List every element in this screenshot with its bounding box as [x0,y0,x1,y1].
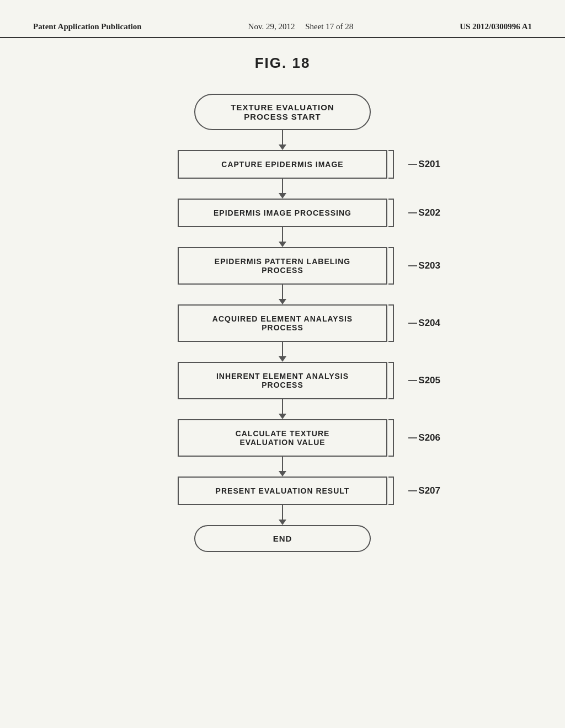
figure-title: FIG. 18 [0,55,565,72]
arrow-head [279,299,286,304]
arrow-head [279,356,286,362]
step-s203-number: S203 [418,260,440,271]
publication-date: Nov. 29, 2012 [248,22,295,31]
step-row-s207: PRESENT EVALUATION RESULT S207 [178,477,387,505]
arrow-line [282,505,283,520]
end-node: END [194,525,371,552]
arrow-head [279,144,286,150]
bracket-s204 [388,304,394,342]
arrow-head [279,471,286,477]
sheet-info: Sheet 17 of 28 [305,22,353,31]
step-s201-number-wrapper: S201 [408,159,440,170]
step-s202-number: S202 [418,207,440,218]
bracket-line-s203 [408,265,417,266]
step-row-s205: INHERENT ELEMENT ANALYSISPROCESS S205 [178,362,387,399]
arrow-1 [279,179,286,199]
arrow-line [282,130,283,144]
bracket-line-s205 [408,380,417,381]
arrow-line [282,285,283,299]
end-label: END [273,534,292,543]
step-s204-box: ACQUIRED ELEMENT ANALAYSISPROCESS [178,304,387,342]
header-center: Nov. 29, 2012 Sheet 17 of 28 [248,22,354,31]
step-s203-number-wrapper: S203 [408,260,440,271]
step-s202-number-wrapper: S202 [408,207,440,218]
step-row-s201: CAPTURE EPIDERMIS IMAGE S201 [178,150,387,179]
start-capsule: TEXTURE EVALUATIONPROCESS START [194,94,371,130]
arrow-6 [279,457,286,477]
step-s201-number: S201 [418,159,440,170]
step-s204-number-wrapper: S204 [408,318,440,329]
arrow-line [282,399,283,414]
step-s207-label: PRESENT EVALUATION RESULT [216,486,350,495]
step-s203-box: EPIDERMIS PATTERN LABELINGPROCESS [178,247,387,285]
start-node: TEXTURE EVALUATIONPROCESS START [194,94,371,130]
step-row-s206: CALCULATE TEXTUREEVALUATION VALUE S206 [178,419,387,457]
arrow-7 [279,505,286,525]
bracket-s207 [388,477,394,505]
bracket-line-s207 [408,490,417,491]
patent-number: US 2012/0300996 A1 [460,22,532,31]
arrow-line [282,342,283,356]
arrow-line [282,457,283,471]
arrow-4 [279,342,286,362]
step-s207-box: PRESENT EVALUATION RESULT [178,477,387,505]
arrow-line [282,227,283,242]
publication-label: Patent Application Publication [33,22,142,31]
step-row-s203: EPIDERMIS PATTERN LABELINGPROCESS S203 [178,247,387,285]
bracket-line-s201 [408,164,417,165]
step-s201-box: CAPTURE EPIDERMIS IMAGE [178,150,387,179]
bracket-line-s202 [408,212,417,213]
step-s206-box: CALCULATE TEXTUREEVALUATION VALUE [178,419,387,457]
step-s207-number-wrapper: S207 [408,485,440,496]
step-s201-label: CAPTURE EPIDERMIS IMAGE [221,160,343,169]
bracket-line-s204 [408,323,417,324]
bracket-line-s206 [408,437,417,438]
step-s205-number-wrapper: S205 [408,375,440,386]
bracket-s201 [388,150,394,179]
step-s205-box: INHERENT ELEMENT ANALYSISPROCESS [178,362,387,399]
arrow-head [279,193,286,199]
arrow-5 [279,399,286,419]
bracket-s203 [388,247,394,285]
step-s202-box: EPIDERMIS IMAGE PROCESSING [178,199,387,227]
bracket-s205 [388,362,394,399]
bracket-s206 [388,419,394,457]
arrow-head [279,414,286,419]
header: Patent Application Publication Nov. 29, … [0,0,565,38]
arrow-3 [279,285,286,304]
arrow-2 [279,227,286,247]
step-s205-number: S205 [418,375,440,386]
step-s206-number: S206 [418,432,440,443]
step-row-s204: ACQUIRED ELEMENT ANALAYSISPROCESS S204 [178,304,387,342]
end-capsule: END [194,525,371,552]
arrow-head [279,242,286,247]
step-s204-number: S204 [418,318,440,329]
flowchart: TEXTURE EVALUATIONPROCESS START CAPTURE … [0,94,565,552]
arrow-head [279,520,286,525]
step-s207-number: S207 [418,485,440,496]
step-s206-number-wrapper: S206 [408,432,440,443]
step-row-s202: EPIDERMIS IMAGE PROCESSING S202 [178,199,387,227]
page: Patent Application Publication Nov. 29, … [0,0,565,728]
arrow-line [282,179,283,193]
bracket-s202 [388,199,394,227]
arrow-0 [279,130,286,150]
step-s202-label: EPIDERMIS IMAGE PROCESSING [214,208,351,217]
